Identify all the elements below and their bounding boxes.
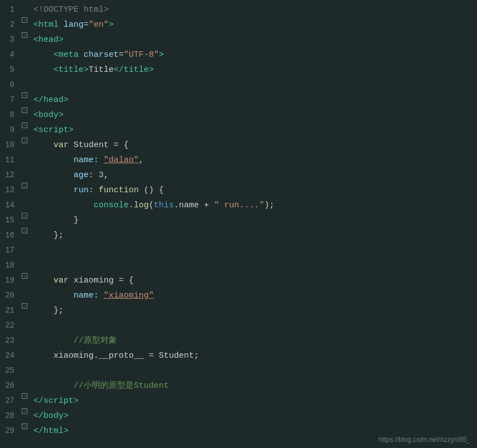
code-content: console.log(this.name + " run...."); [29,198,477,213]
code-line: 27-</script> [0,393,477,408]
fold-gutter[interactable]: - [20,228,29,233]
code-line: 19- var xiaoming = { [0,273,477,288]
code-line: 7-</head> [0,92,477,108]
line-number: 3 [0,32,20,47]
code-content: name: "dalao", [29,153,477,168]
code-content: <body> [29,108,477,123]
code-line: 16- }; [0,228,477,243]
fold-gutter[interactable]: - [20,17,29,23]
code-line: 6 [0,77,477,92]
code-line: 20 name: "xiaoming" [0,288,477,303]
code-editor: 1<!DOCTYPE html>2-<html lang="en">3-<hea… [0,0,477,448]
code-line: 9-<script> [0,123,477,138]
code-line: 15- } [0,213,477,228]
fold-icon[interactable]: - [22,213,27,218]
code-content [29,363,477,378]
code-line: 2-<html lang="en"> [0,17,477,32]
line-number: 14 [0,198,20,213]
code-line: 26 //小明的原型是Student [0,378,477,393]
fold-gutter[interactable]: - [20,213,29,218]
code-content: <html lang="en"> [29,17,477,32]
fold-icon[interactable]: - [22,108,27,113]
fold-icon[interactable]: - [22,273,27,279]
fold-gutter[interactable]: - [20,123,29,128]
code-line: 17 [0,243,477,258]
code-content: //原型对象 [29,333,477,348]
line-number: 22 [0,318,20,333]
fold-icon[interactable]: - [22,17,27,23]
code-line: 12 age: 3, [0,168,477,183]
code-line: 18 [0,258,477,273]
code-content: }; [29,303,477,318]
fold-gutter[interactable]: - [20,303,29,309]
fold-icon[interactable]: - [22,138,27,143]
fold-gutter[interactable]: - [20,138,29,143]
line-number: 8 [0,108,20,123]
line-number: 25 [0,363,20,378]
code-content: } [29,213,477,228]
line-number: 19 [0,273,20,288]
line-number: 28 [0,408,20,423]
code-content: var Student = { [29,138,477,153]
line-number: 20 [0,288,20,303]
line-number: 23 [0,333,20,348]
code-content: </script> [29,393,477,408]
fold-icon[interactable]: - [22,228,27,233]
fold-icon[interactable]: - [22,408,27,414]
code-content [29,318,477,333]
code-line: 3-<head> [0,32,477,47]
line-number: 27 [0,393,20,408]
line-number: 17 [0,243,20,258]
line-number: 26 [0,378,20,393]
code-line: 28-</body> [0,408,477,423]
line-number: 4 [0,47,20,62]
code-line: 8-<body> [0,108,477,123]
fold-icon[interactable]: - [22,183,27,188]
code-content: </head> [29,92,477,108]
fold-gutter[interactable]: - [20,423,29,429]
code-line: 23 //原型对象 [0,333,477,348]
line-number: 6 [0,77,20,92]
code-line: 21- }; [0,303,477,318]
fold-icon[interactable]: - [22,32,27,38]
code-content [29,258,477,273]
code-content: <meta charset="UTF-8"> [29,47,477,62]
line-number: 21 [0,303,20,318]
line-number: 10 [0,138,20,153]
fold-gutter[interactable]: - [20,393,29,399]
code-content: <script> [29,123,477,138]
code-content: name: "xiaoming" [29,288,477,303]
fold-icon[interactable]: - [22,303,27,309]
watermark: https://blog.csdn.net/nzzynl95_ [378,436,470,444]
line-number: 15 [0,213,20,228]
fold-icon[interactable]: - [22,92,27,98]
code-content: <title>Title</title> [29,62,477,77]
code-line: 4 <meta charset="UTF-8"> [0,47,477,62]
fold-gutter[interactable]: - [20,32,29,38]
line-number: 5 [0,62,20,77]
line-number: 2 [0,17,20,32]
code-line: 5 <title>Title</title> [0,62,477,77]
code-line: 25 [0,363,477,378]
line-number: 11 [0,153,20,168]
line-number: 1 [0,2,20,17]
fold-icon[interactable]: - [22,423,27,429]
line-number: 12 [0,168,20,183]
code-line: 1<!DOCTYPE html> [0,2,477,17]
fold-gutter[interactable]: - [20,183,29,188]
line-number: 9 [0,123,20,138]
fold-gutter[interactable]: - [20,408,29,414]
fold-gutter[interactable]: - [20,273,29,279]
code-content: <!DOCTYPE html> [29,2,477,17]
fold-icon[interactable]: - [22,123,27,128]
line-number: 18 [0,258,20,273]
code-content: var xiaoming = { [29,273,477,288]
line-number: 29 [0,423,20,439]
fold-gutter[interactable]: - [20,92,29,98]
line-number: 13 [0,183,20,198]
line-number: 7 [0,92,20,108]
fold-gutter[interactable]: - [20,108,29,113]
code-line: 11 name: "dalao", [0,153,477,168]
fold-icon[interactable]: - [22,393,27,399]
code-line: 14 console.log(this.name + " run...."); [0,198,477,213]
